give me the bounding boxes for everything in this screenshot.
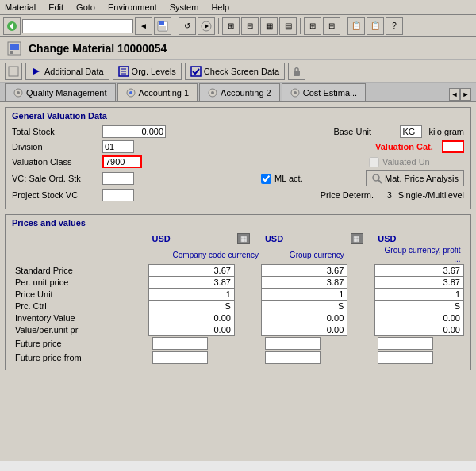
mat-price-analysis-btn[interactable]: Mat. Price Analysis bbox=[366, 170, 464, 186]
col2-label: Group currency bbox=[262, 245, 347, 265]
price-v3[interactable] bbox=[374, 312, 463, 324]
org-icon bbox=[118, 66, 129, 77]
price-v2[interactable] bbox=[262, 301, 347, 312]
nav-left[interactable]: ◄ bbox=[135, 17, 152, 35]
price-v2[interactable] bbox=[262, 324, 347, 336]
base-unit-code-input[interactable] bbox=[400, 125, 422, 138]
future-price-from-label: Future price from bbox=[12, 350, 149, 365]
future-price-from-row: Future price from bbox=[12, 350, 464, 365]
future-price-input2[interactable] bbox=[265, 337, 321, 350]
general-valuation-title: General Valuation Data bbox=[12, 111, 464, 121]
tab-prev[interactable]: ◄ bbox=[449, 88, 460, 101]
btn11[interactable]: ? bbox=[386, 17, 403, 35]
btn3[interactable]: ⊞ bbox=[222, 17, 240, 35]
currency-icon2[interactable]: ▦ bbox=[351, 233, 363, 244]
btn6[interactable]: ▤ bbox=[279, 17, 297, 35]
future-from-input2[interactable] bbox=[265, 351, 321, 364]
general-valuation-section: General Valuation Data Total Stock Base … bbox=[5, 107, 471, 209]
tab-accounting1[interactable]: Accounting 1 bbox=[117, 83, 198, 101]
org-levels-btn[interactable]: Org. Levels bbox=[113, 63, 182, 80]
row-total-stock: Total Stock Base Unit kilo gram bbox=[12, 125, 464, 138]
sep3 bbox=[300, 18, 301, 34]
future-price-input1[interactable] bbox=[152, 337, 208, 350]
menu-goto[interactable]: Goto bbox=[75, 2, 97, 13]
menu-material[interactable]: Material bbox=[3, 2, 37, 13]
future-from-input1[interactable] bbox=[152, 351, 208, 364]
price-v1[interactable] bbox=[149, 289, 235, 301]
division-label: Division bbox=[12, 142, 99, 151]
btn7[interactable]: ⊞ bbox=[304, 17, 321, 35]
btn5[interactable]: ▦ bbox=[260, 17, 278, 35]
future-from-input3[interactable] bbox=[378, 351, 433, 364]
price-v1[interactable] bbox=[149, 277, 235, 289]
ml-act-checkbox[interactable] bbox=[261, 174, 271, 184]
check-screen-btn[interactable]: Check Screen Data bbox=[185, 63, 285, 80]
svg-rect-17 bbox=[294, 71, 300, 76]
page-title: Change Material 10000054 bbox=[29, 42, 167, 55]
future-price-label: Future price bbox=[12, 336, 149, 351]
svg-point-25 bbox=[294, 91, 297, 94]
price-v3[interactable] bbox=[374, 265, 463, 277]
arrow-right-icon bbox=[31, 66, 42, 77]
back-btn[interactable] bbox=[3, 17, 21, 35]
price-v1[interactable] bbox=[149, 301, 235, 312]
price-v1[interactable] bbox=[149, 324, 235, 336]
tab-icon-cost bbox=[290, 88, 300, 98]
svg-rect-10 bbox=[9, 67, 18, 76]
sep1 bbox=[175, 18, 175, 34]
price-row-label: Per. unit price bbox=[12, 277, 149, 289]
save-btn[interactable] bbox=[154, 17, 171, 35]
menu-system[interactable]: System bbox=[168, 2, 201, 13]
price-v3[interactable] bbox=[374, 277, 463, 289]
btn4[interactable]: ⊟ bbox=[241, 17, 259, 35]
price-v2[interactable] bbox=[262, 289, 347, 301]
title-bar: Change Material 10000054 bbox=[0, 37, 476, 60]
additional-data-btn[interactable]: Additional Data bbox=[25, 63, 109, 80]
btn8[interactable]: ⊟ bbox=[323, 17, 340, 35]
price-v1[interactable] bbox=[149, 265, 235, 277]
refresh-btn[interactable]: ↺ bbox=[178, 17, 196, 35]
price-v3[interactable] bbox=[374, 301, 463, 312]
menu-environment[interactable]: Environment bbox=[106, 2, 159, 13]
tabs-bar: Quality Management Accounting 1 Accounti… bbox=[0, 83, 476, 102]
tab-quality-mgmt[interactable]: Quality Management bbox=[5, 83, 116, 101]
tab-accounting2[interactable]: Accounting 2 bbox=[199, 83, 280, 101]
title-icon bbox=[6, 40, 22, 56]
menu-edit[interactable]: Edit bbox=[47, 2, 65, 13]
total-stock-input[interactable] bbox=[102, 125, 166, 138]
valuation-cat-input[interactable] bbox=[442, 140, 464, 153]
price-v2[interactable] bbox=[262, 312, 347, 324]
svg-rect-4 bbox=[159, 26, 166, 30]
vc-sale-input[interactable] bbox=[102, 172, 134, 185]
price-v3[interactable] bbox=[374, 289, 463, 301]
price-v2[interactable] bbox=[262, 277, 347, 289]
menu-help[interactable]: Help bbox=[209, 2, 231, 13]
tab-next[interactable]: ► bbox=[460, 88, 471, 101]
currency-icon1[interactable]: ▦ bbox=[237, 233, 250, 244]
execute-btn[interactable] bbox=[198, 17, 215, 35]
command-input[interactable] bbox=[22, 19, 133, 33]
project-stock-label: Project Stock VC bbox=[12, 190, 99, 200]
sep2 bbox=[218, 18, 219, 34]
vc-sale-label: VC: Sale Ord. Stk bbox=[12, 174, 99, 183]
price-row-label: Prc. Ctrl bbox=[12, 301, 149, 312]
valuated-un-label: Valuated Un bbox=[382, 157, 430, 167]
future-price-row: Future price bbox=[12, 336, 464, 351]
btn9[interactable]: 📋 bbox=[347, 17, 365, 35]
valuated-un-checkbox[interactable] bbox=[369, 157, 379, 167]
btn10[interactable]: 📋 bbox=[367, 17, 384, 35]
price-v1[interactable] bbox=[149, 312, 235, 324]
valuation-class-input[interactable] bbox=[102, 155, 142, 168]
future-price-input3[interactable] bbox=[378, 337, 433, 350]
project-stock-input[interactable] bbox=[102, 189, 134, 201]
toolbar: ◄ ↺ ⊞ ⊟ ▦ ▤ ⊞ ⊟ 📋 📋 ? bbox=[0, 15, 476, 37]
menu-bar: Material Edit Goto Environment System He… bbox=[0, 0, 476, 15]
division-input[interactable] bbox=[102, 140, 134, 153]
price-v2[interactable] bbox=[262, 265, 347, 277]
tab-cost-estima[interactable]: Cost Estima... bbox=[282, 83, 366, 101]
page-icon bbox=[5, 63, 22, 80]
price-v3[interactable] bbox=[374, 324, 463, 336]
currency3: USD bbox=[374, 232, 463, 245]
price-row-label: Value/per.unit pr bbox=[12, 324, 149, 336]
table-row: Inventory Value bbox=[12, 312, 464, 324]
